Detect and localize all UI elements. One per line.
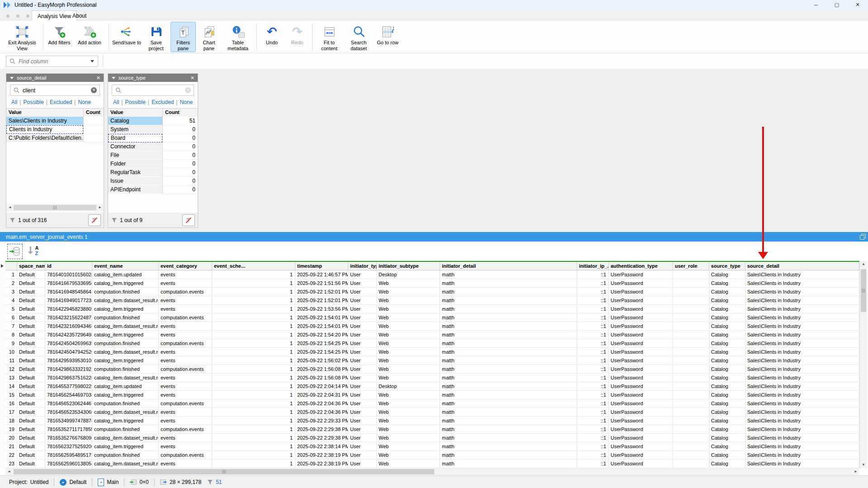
filter-value-row[interactable]: File0 (108, 151, 198, 160)
dataset-source-button[interactable] (7, 244, 23, 259)
filter-link-possible[interactable]: Possible (23, 99, 43, 105)
column-header-count[interactable]: Count (83, 109, 104, 117)
column-header-initiator-detail[interactable]: initiator_detail (440, 262, 577, 270)
scroll-left-icon[interactable]: ◄ (5, 468, 13, 475)
table-row[interactable]: 12Default78164298633321921computation.fi… (5, 365, 859, 374)
send-save-to-button[interactable]: Send/save to (112, 22, 142, 52)
table-row[interactable]: 14Default78164553775980229catalog_item.u… (5, 382, 859, 391)
filter-horizontal-scrollbar[interactable]: ◄► (7, 204, 103, 211)
clear-search-icon[interactable]: ✕ (91, 87, 97, 93)
chevron-down-icon[interactable] (112, 77, 115, 79)
clear-filter-button[interactable] (88, 214, 101, 226)
table-row[interactable]: 16Default78164565230624467computation.fi… (5, 399, 859, 408)
column-header-event-sche-[interactable]: event_sche... (212, 262, 295, 270)
horizontal-scrollbar[interactable]: ◄ ► (5, 468, 859, 475)
filter-value-row[interactable]: Clients in Industry (6, 125, 104, 134)
filter-value-row[interactable]: Board0 (108, 134, 198, 142)
quick-access-dot-icon[interactable] (16, 14, 19, 18)
exit-analysis-view-button[interactable]: Exit Analysis View (4, 22, 40, 52)
table-row[interactable]: 19Default78165352711717855computation.fi… (5, 425, 859, 434)
scroll-right-icon[interactable]: ► (98, 206, 102, 209)
quick-access-dot-icon[interactable] (26, 14, 29, 18)
filter-value-row[interactable]: Catalog51 (108, 117, 198, 125)
clear-search-icon[interactable]: ✕ (185, 87, 191, 93)
table-row[interactable]: 3Default78164169485458641computation.fin… (5, 288, 859, 296)
table-row[interactable]: 23Default78165625960138054catalog_item.d… (5, 460, 859, 468)
column-header-timestamp[interactable]: timestamp (295, 262, 348, 270)
find-column-input[interactable] (18, 58, 87, 65)
table-row[interactable]: 7Default78164232160943465catalog_item.da… (5, 322, 859, 331)
save-project-button[interactable]: Save project (142, 22, 170, 52)
scroll-right-icon[interactable]: ► (852, 468, 859, 475)
minimize-button[interactable]: ─ (806, 0, 826, 9)
add-filters-button[interactable]: Add filters (46, 22, 72, 52)
filter-link-all[interactable]: All (11, 99, 17, 105)
status-dimensions[interactable]: 28 × 299,178 (160, 479, 201, 485)
filter-value-row[interactable]: C:\Public Folders\Default\clien... (6, 134, 104, 142)
table-row[interactable]: 1Default78164010010156024catalog_item.up… (5, 270, 859, 279)
maximize-button[interactable]: ▢ (826, 0, 847, 9)
undo-button[interactable]: ↶ Undo (260, 22, 284, 52)
status-filter-count[interactable]: 51 (208, 479, 222, 485)
table-metadata-button[interactable]: Table metadata (222, 22, 254, 52)
scroll-up-icon[interactable]: ▲ (860, 262, 867, 266)
scroll-left-icon[interactable]: ◄ (8, 206, 12, 209)
filter-panel-header[interactable]: source_type✕ (108, 74, 198, 82)
find-column-box[interactable] (6, 56, 98, 67)
close-icon[interactable]: ✕ (96, 75, 100, 81)
column-header-value[interactable]: Value (108, 109, 162, 117)
table-row[interactable]: 9Default78164245042699639computation.fin… (5, 339, 859, 348)
chevron-down-icon[interactable] (90, 60, 94, 62)
table-row[interactable]: 6Default78164232156224872computation.fin… (5, 313, 859, 322)
table-row[interactable]: 11Default78164295939530108catalog_item.t… (5, 356, 859, 365)
filter-search-input[interactable] (123, 87, 185, 94)
scroll-down-icon[interactable]: ▼ (860, 463, 867, 467)
vertical-scrollbar-thumb[interactable] (861, 269, 866, 312)
filter-value-row[interactable]: APIEndpoint0 (108, 185, 198, 194)
status-module[interactable]: » Main (98, 479, 119, 486)
dataset-title-bar[interactable]: main.em_server_journal_events 1 (0, 232, 868, 242)
table-row[interactable]: 10Default78164245047942520catalog_item.d… (5, 348, 859, 356)
chart-pane-button[interactable]: Chart pane (197, 22, 221, 52)
column-header-user-role[interactable]: user_role (673, 262, 709, 270)
fit-to-content-button[interactable]: Fit to content (315, 22, 343, 52)
column-header-event-name[interactable]: event_name (92, 262, 159, 270)
search-dataset-button[interactable]: Search dataset (344, 22, 373, 52)
sort-az-button[interactable]: ↓ AZ (26, 245, 38, 256)
filter-value-row[interactable]: Connector0 (108, 142, 198, 151)
filter-link-none[interactable]: None (78, 99, 91, 105)
filter-value-row[interactable]: Issue0 (108, 177, 198, 185)
close-button[interactable]: ✕ (847, 0, 868, 9)
add-action-button[interactable]: Add action (73, 22, 106, 52)
chevron-down-icon[interactable] (10, 77, 14, 79)
table-row[interactable]: 18Default78165349997478874catalog_item.t… (5, 417, 859, 425)
table-row[interactable]: 13Default78164298637516226catalog_item.d… (5, 374, 859, 382)
table-row[interactable]: 8Default78164242357296498catalog_item.tr… (5, 331, 859, 339)
filter-value-row[interactable]: Sales\Clients in Industry (6, 117, 104, 125)
status-selection[interactable]: 0×0 (130, 479, 148, 485)
filter-link-all[interactable]: All (113, 99, 119, 105)
table-row[interactable]: 20Default78165352766768096catalog_item.d… (5, 434, 859, 442)
filter-search-input[interactable] (22, 87, 91, 94)
filters-pane-button[interactable]: Filters pane (171, 22, 196, 52)
tab-about[interactable]: About (67, 10, 92, 21)
filter-panel-header[interactable]: source_detail✕ (6, 74, 104, 82)
go-to-row-button[interactable]: Go to row (374, 22, 401, 52)
clear-filter-button[interactable] (182, 214, 195, 226)
horizontal-scrollbar-thumb[interactable] (14, 205, 96, 210)
filter-search-box[interactable]: ✕ (112, 85, 194, 96)
filter-link-none[interactable]: None (180, 99, 193, 105)
column-header-initiator-type[interactable]: initiator_type (348, 262, 377, 270)
quick-access-dot-icon[interactable] (6, 14, 9, 18)
horizontal-scrollbar-thumb[interactable] (14, 469, 434, 474)
column-header-value[interactable]: Value (6, 109, 83, 117)
filter-value-row[interactable]: System0 (108, 125, 198, 134)
table-row[interactable]: 4Default78164169490177234catalog_item.da… (5, 296, 859, 305)
column-header-count[interactable]: Count (162, 109, 198, 117)
column-header-authentication-type[interactable]: authentication_type (609, 262, 673, 270)
column-header-id[interactable]: id (45, 262, 92, 270)
column-header-initiator-subtype[interactable]: initiator_subtype (377, 262, 440, 270)
close-icon[interactable]: ✕ (190, 75, 194, 81)
filter-value-row[interactable]: Folder0 (108, 160, 198, 168)
status-space[interactable]: ▸ Default (60, 479, 86, 486)
